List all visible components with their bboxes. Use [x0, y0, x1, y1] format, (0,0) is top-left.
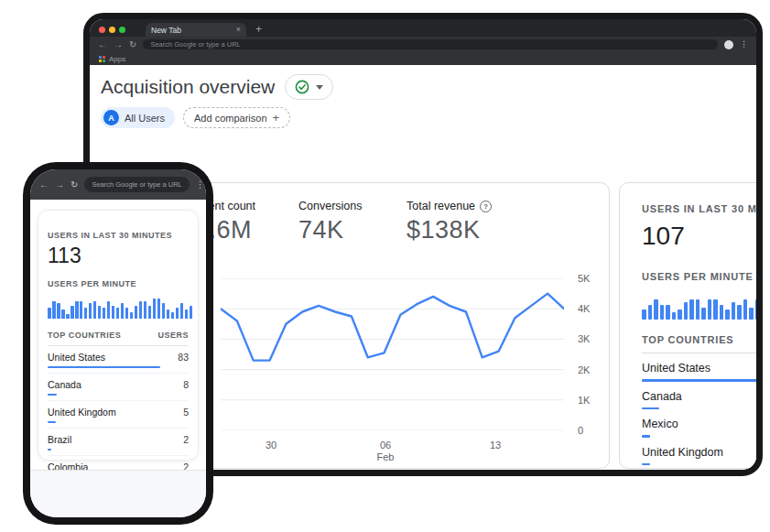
country-bar [48, 366, 160, 368]
browser-menu-icon[interactable]: ⋮ [740, 40, 748, 49]
minute-bar [725, 309, 730, 320]
country-bar [48, 421, 56, 423]
minute-bar [180, 303, 184, 319]
acquisition-chart-card: Event count 1.6M Conversions 74K Total r… [179, 182, 610, 469]
minute-bar [684, 302, 689, 320]
x-tick-label: 30 [266, 440, 277, 451]
minute-bar [157, 299, 161, 319]
minute-bar [75, 301, 79, 319]
minute-bar [57, 303, 60, 319]
tab-close-icon[interactable]: × [236, 26, 241, 34]
country-name: United States [48, 352, 105, 363]
minute-bar [755, 299, 760, 320]
users-per-minute-label: USERS PER MINUTE [48, 279, 189, 288]
country-row: United Kingdom5 [48, 401, 189, 429]
add-comparison-button[interactable]: Add comparison + [183, 107, 290, 128]
minute-bar [144, 301, 147, 319]
minute-bar [720, 305, 724, 320]
all-users-chip[interactable]: A All Users [101, 107, 175, 128]
forward-icon[interactable]: → [55, 180, 64, 190]
minute-bar [678, 309, 682, 320]
page-title: Acquisition overview [101, 76, 275, 98]
close-window-icon[interactable] [99, 27, 105, 33]
minute-bar [116, 308, 120, 319]
minute-bar [749, 308, 754, 320]
minute-bar [139, 301, 143, 319]
back-icon[interactable]: ← [39, 180, 49, 190]
bookmarks-bar: Apps [90, 52, 756, 65]
minute-bar [701, 308, 706, 320]
users-trend-line-chart [221, 278, 564, 430]
data-quality-dropdown[interactable] [285, 74, 333, 100]
minute-bar [48, 308, 51, 319]
metric-total-revenue: Total revenue? $138K [407, 200, 492, 244]
phone-address-bar[interactable]: Search Google or type a URL [84, 177, 189, 192]
all-users-label: All Users [125, 113, 165, 124]
apps-grid-icon[interactable] [99, 56, 105, 62]
country-name: Canada [48, 379, 81, 390]
y-tick-label: 3K [578, 333, 590, 344]
apps-bookmark[interactable]: Apps [109, 55, 125, 63]
country-bar [48, 449, 51, 451]
chevron-down-icon [316, 85, 323, 90]
profile-avatar[interactable] [724, 40, 733, 49]
minute-bar [153, 299, 157, 319]
country-name: Canada [642, 390, 763, 403]
x-tick-label: 06Feb [377, 440, 395, 462]
country-name: Brazil [48, 434, 71, 445]
new-tab-button[interactable]: + [255, 24, 262, 35]
phone-realtime-card: USERS IN LAST 30 MINUTES 113 USERS PER M… [38, 210, 199, 461]
phone-mockup: ← → ↻ Search Google or type a URL ⋮ USER… [23, 162, 213, 525]
reload-icon[interactable]: ↻ [70, 180, 78, 190]
minute-bar [642, 309, 646, 320]
y-tick-label: 5K [578, 273, 590, 284]
minute-bar [148, 306, 152, 319]
metric-value: $138K [407, 216, 492, 244]
help-icon[interactable]: ? [480, 201, 492, 212]
country-row: Colombia [642, 465, 763, 476]
minute-bar [61, 309, 65, 319]
country-users: 2 [183, 434, 189, 445]
minute-bar [70, 306, 74, 319]
phone-browser-toolbar: ← → ↻ Search Google or type a URL ⋮ [30, 169, 206, 200]
minute-bar [121, 303, 125, 319]
users-trend-line [221, 294, 564, 361]
country-name: United Kingdom [642, 446, 763, 459]
country-bar [48, 394, 57, 396]
country-name: Colombia [642, 473, 763, 476]
country-row: United States [642, 353, 763, 382]
maximize-window-icon[interactable] [119, 27, 125, 33]
country-name: United States [642, 362, 763, 375]
forward-icon[interactable]: → [114, 40, 123, 49]
segment-avatar: A [103, 110, 119, 125]
minute-bar [185, 309, 189, 319]
metric-value: 74K [298, 216, 407, 244]
reload-icon[interactable]: ↻ [129, 40, 136, 49]
phone-screen: ← → ↻ Search Google or type a URL ⋮ USER… [30, 169, 206, 517]
tab-title: New Tab [151, 26, 236, 35]
y-tick-label: 4K [578, 303, 590, 314]
users-last-30min-value: 113 [48, 244, 189, 268]
x-axis-labels: 3006Feb13 [221, 440, 564, 463]
country-row: Canada [642, 382, 763, 410]
minute-bar [66, 314, 70, 319]
browser-toolbar: ← → ↻ Search Google or type a URL ⋮ [90, 37, 756, 52]
address-bar[interactable]: Search Google or type a URL [143, 39, 718, 49]
minute-bar [666, 305, 670, 320]
minute-bar [125, 308, 129, 319]
minute-bar [689, 299, 694, 320]
minute-bar [696, 299, 700, 320]
back-icon[interactable]: ← [98, 40, 107, 49]
browser-menu-icon[interactable]: ⋮ [196, 180, 205, 190]
minimize-window-icon[interactable] [109, 27, 115, 33]
browser-tab[interactable]: New Tab × [146, 23, 246, 37]
x-tick-label: 13 [490, 440, 501, 451]
minute-bar [80, 301, 83, 319]
country-row: United States83 [48, 346, 189, 374]
minute-bar [98, 306, 102, 319]
window-controls[interactable] [90, 27, 133, 37]
minute-bar [190, 306, 193, 319]
check-circle-icon [295, 80, 309, 94]
top-countries-label: TOP COUNTRIES [48, 331, 121, 340]
top-countries-list: United States83Canada8United Kingdom5Bra… [48, 346, 189, 483]
